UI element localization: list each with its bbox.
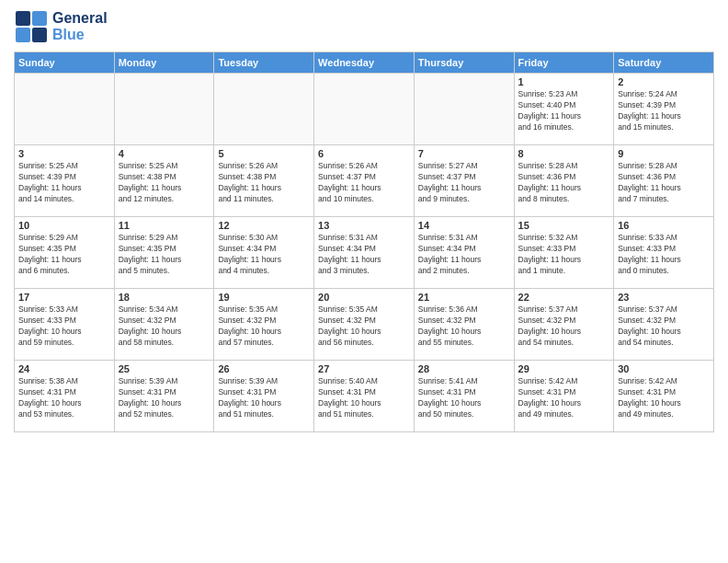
calendar-body: 1Sunrise: 5:23 AM Sunset: 4:40 PM Daylig… xyxy=(15,74,714,432)
day-info: Sunrise: 5:31 AM Sunset: 4:34 PM Dayligh… xyxy=(418,233,510,277)
day-info: Sunrise: 5:34 AM Sunset: 4:32 PM Dayligh… xyxy=(119,304,210,349)
svg-rect-3 xyxy=(32,28,47,42)
day-number: 5 xyxy=(218,148,310,159)
day-number: 9 xyxy=(618,148,710,159)
day-info: Sunrise: 5:33 AM Sunset: 4:33 PM Dayligh… xyxy=(18,304,110,349)
calendar-week-3: 10Sunrise: 5:29 AM Sunset: 4:35 PM Dayli… xyxy=(15,217,714,289)
calendar-cell: 29Sunrise: 5:42 AM Sunset: 4:31 PM Dayli… xyxy=(514,361,614,432)
calendar-cell: 25Sunrise: 5:39 AM Sunset: 4:31 PM Dayli… xyxy=(114,361,214,432)
svg-rect-2 xyxy=(16,28,30,42)
day-number: 23 xyxy=(618,292,710,303)
calendar-cell: 13Sunrise: 5:31 AM Sunset: 4:34 PM Dayli… xyxy=(314,217,415,289)
calendar-week-5: 24Sunrise: 5:38 AM Sunset: 4:31 PM Dayli… xyxy=(15,361,714,432)
day-number: 11 xyxy=(119,220,210,231)
day-info: Sunrise: 5:25 AM Sunset: 4:38 PM Dayligh… xyxy=(119,161,210,205)
calendar-cell: 24Sunrise: 5:38 AM Sunset: 4:31 PM Dayli… xyxy=(15,361,115,432)
day-number: 6 xyxy=(318,148,410,159)
calendar-cell: 14Sunrise: 5:31 AM Sunset: 4:34 PM Dayli… xyxy=(414,217,514,289)
calendar-cell: 9Sunrise: 5:28 AM Sunset: 4:36 PM Daylig… xyxy=(614,145,714,217)
calendar-cell: 4Sunrise: 5:25 AM Sunset: 4:38 PM Daylig… xyxy=(114,145,214,217)
day-info: Sunrise: 5:23 AM Sunset: 4:40 PM Dayligh… xyxy=(518,89,610,133)
calendar-table: SundayMondayTuesdayWednesdayThursdayFrid… xyxy=(14,52,714,432)
calendar-cell: 27Sunrise: 5:40 AM Sunset: 4:31 PM Dayli… xyxy=(314,361,415,432)
day-number: 4 xyxy=(119,148,210,159)
calendar-cell xyxy=(214,74,314,145)
col-header-tuesday: Tuesday xyxy=(214,52,314,74)
calendar-cell: 19Sunrise: 5:35 AM Sunset: 4:32 PM Dayli… xyxy=(214,289,314,361)
day-info: Sunrise: 5:36 AM Sunset: 4:32 PM Dayligh… xyxy=(418,304,510,349)
calendar-cell: 10Sunrise: 5:29 AM Sunset: 4:35 PM Dayli… xyxy=(15,217,115,289)
day-number: 17 xyxy=(18,292,110,303)
logo-blue: Blue xyxy=(52,27,108,43)
day-number: 20 xyxy=(318,292,410,303)
calendar-cell xyxy=(114,74,214,145)
day-info: Sunrise: 5:37 AM Sunset: 4:32 PM Dayligh… xyxy=(618,304,710,349)
col-header-friday: Friday xyxy=(514,52,614,74)
day-number: 1 xyxy=(518,76,610,87)
day-number: 2 xyxy=(618,76,710,87)
day-number: 24 xyxy=(18,363,110,374)
calendar-cell xyxy=(15,74,115,145)
day-info: Sunrise: 5:42 AM Sunset: 4:31 PM Dayligh… xyxy=(518,376,610,420)
day-info: Sunrise: 5:26 AM Sunset: 4:38 PM Dayligh… xyxy=(218,161,310,205)
day-number: 15 xyxy=(518,220,610,231)
day-number: 25 xyxy=(119,363,210,374)
calendar-cell: 26Sunrise: 5:39 AM Sunset: 4:31 PM Dayli… xyxy=(214,361,314,432)
day-number: 26 xyxy=(218,363,310,374)
day-info: Sunrise: 5:37 AM Sunset: 4:32 PM Dayligh… xyxy=(518,304,610,349)
day-info: Sunrise: 5:40 AM Sunset: 4:31 PM Dayligh… xyxy=(318,376,410,420)
header: General Blue xyxy=(14,9,714,44)
main-container: General Blue SundayMondayTuesdayWednesda… xyxy=(0,0,728,442)
calendar-cell: 3Sunrise: 5:25 AM Sunset: 4:39 PM Daylig… xyxy=(15,145,115,217)
calendar-cell: 11Sunrise: 5:29 AM Sunset: 4:35 PM Dayli… xyxy=(114,217,214,289)
col-header-sunday: Sunday xyxy=(15,52,115,74)
calendar-cell xyxy=(314,74,415,145)
day-info: Sunrise: 5:33 AM Sunset: 4:33 PM Dayligh… xyxy=(618,233,710,277)
day-number: 19 xyxy=(218,292,310,303)
day-info: Sunrise: 5:35 AM Sunset: 4:32 PM Dayligh… xyxy=(218,304,310,349)
day-number: 29 xyxy=(518,363,610,374)
day-number: 8 xyxy=(518,148,610,159)
calendar-cell: 15Sunrise: 5:32 AM Sunset: 4:33 PM Dayli… xyxy=(514,217,614,289)
day-number: 30 xyxy=(618,363,710,374)
calendar-cell: 20Sunrise: 5:35 AM Sunset: 4:32 PM Dayli… xyxy=(314,289,415,361)
calendar-cell: 7Sunrise: 5:27 AM Sunset: 4:37 PM Daylig… xyxy=(414,145,514,217)
day-info: Sunrise: 5:30 AM Sunset: 4:34 PM Dayligh… xyxy=(218,233,310,277)
calendar-cell: 23Sunrise: 5:37 AM Sunset: 4:32 PM Dayli… xyxy=(614,289,714,361)
svg-rect-0 xyxy=(16,11,30,26)
day-info: Sunrise: 5:26 AM Sunset: 4:37 PM Dayligh… xyxy=(318,161,410,205)
day-info: Sunrise: 5:42 AM Sunset: 4:31 PM Dayligh… xyxy=(618,376,710,420)
day-number: 21 xyxy=(418,292,510,303)
day-number: 18 xyxy=(119,292,210,303)
day-number: 28 xyxy=(418,363,510,374)
calendar-cell: 8Sunrise: 5:28 AM Sunset: 4:36 PM Daylig… xyxy=(514,145,614,217)
calendar-week-2: 3Sunrise: 5:25 AM Sunset: 4:39 PM Daylig… xyxy=(15,145,714,217)
calendar-week-4: 17Sunrise: 5:33 AM Sunset: 4:33 PM Dayli… xyxy=(15,289,714,361)
calendar-cell: 6Sunrise: 5:26 AM Sunset: 4:37 PM Daylig… xyxy=(314,145,415,217)
calendar-cell: 2Sunrise: 5:24 AM Sunset: 4:39 PM Daylig… xyxy=(614,74,714,145)
day-info: Sunrise: 5:38 AM Sunset: 4:31 PM Dayligh… xyxy=(18,376,110,420)
day-info: Sunrise: 5:29 AM Sunset: 4:35 PM Dayligh… xyxy=(18,233,110,277)
calendar-week-1: 1Sunrise: 5:23 AM Sunset: 4:40 PM Daylig… xyxy=(15,74,714,145)
calendar-cell: 28Sunrise: 5:41 AM Sunset: 4:31 PM Dayli… xyxy=(414,361,514,432)
day-info: Sunrise: 5:28 AM Sunset: 4:36 PM Dayligh… xyxy=(518,161,610,205)
day-number: 22 xyxy=(518,292,610,303)
calendar-cell: 17Sunrise: 5:33 AM Sunset: 4:33 PM Dayli… xyxy=(15,289,115,361)
day-info: Sunrise: 5:41 AM Sunset: 4:31 PM Dayligh… xyxy=(418,376,510,420)
day-info: Sunrise: 5:25 AM Sunset: 4:39 PM Dayligh… xyxy=(18,161,110,205)
day-info: Sunrise: 5:39 AM Sunset: 4:31 PM Dayligh… xyxy=(218,376,310,420)
day-info: Sunrise: 5:28 AM Sunset: 4:36 PM Dayligh… xyxy=(618,161,710,205)
calendar-cell: 30Sunrise: 5:42 AM Sunset: 4:31 PM Dayli… xyxy=(614,361,714,432)
day-info: Sunrise: 5:31 AM Sunset: 4:34 PM Dayligh… xyxy=(318,233,410,277)
day-number: 12 xyxy=(218,220,310,231)
day-info: Sunrise: 5:39 AM Sunset: 4:31 PM Dayligh… xyxy=(119,376,210,420)
calendar-cell: 1Sunrise: 5:23 AM Sunset: 4:40 PM Daylig… xyxy=(514,74,614,145)
day-info: Sunrise: 5:24 AM Sunset: 4:39 PM Dayligh… xyxy=(618,89,710,133)
day-number: 7 xyxy=(418,148,510,159)
calendar-cell: 18Sunrise: 5:34 AM Sunset: 4:32 PM Dayli… xyxy=(114,289,214,361)
column-headers: SundayMondayTuesdayWednesdayThursdayFrid… xyxy=(15,52,714,74)
day-number: 3 xyxy=(18,148,110,159)
calendar-cell: 22Sunrise: 5:37 AM Sunset: 4:32 PM Dayli… xyxy=(514,289,614,361)
logo: General Blue xyxy=(14,9,108,44)
calendar-cell: 16Sunrise: 5:33 AM Sunset: 4:33 PM Dayli… xyxy=(614,217,714,289)
